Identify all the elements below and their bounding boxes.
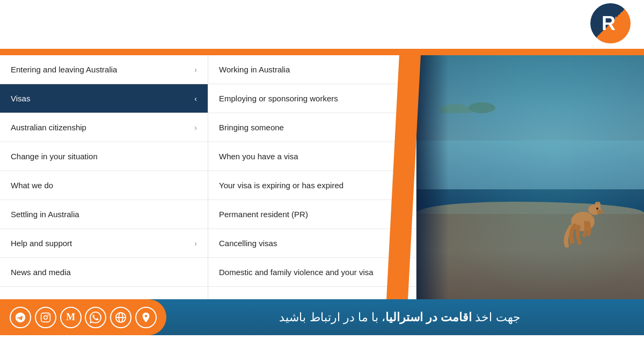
submenu-item-4[interactable]: Your visa is expiring or has expired (208, 171, 416, 200)
orange-stripe (0, 51, 644, 55)
chevron-right-icon: › (194, 239, 197, 248)
svg-point-10 (44, 315, 48, 319)
submenu-item-0[interactable]: Working in Australia (208, 55, 416, 84)
submenu-item-2[interactable]: Bringing someone› (208, 113, 416, 142)
nav-item-3[interactable]: Change in your situation (0, 142, 208, 171)
nav-item-7[interactable]: News and media (0, 258, 208, 287)
nav-item-label-0: Entering and leaving Australia (11, 65, 117, 74)
telegram-icon[interactable] (10, 307, 31, 328)
footer-text: جهت اخذ اقامت در استرالیا، با ما در ارتب… (166, 311, 644, 324)
submenu-item-label-2: Bringing someone (219, 123, 284, 132)
submenu-item-label-6: Cancelling visas (219, 239, 277, 248)
nav-item-0[interactable]: Entering and leaving Australia› (0, 55, 208, 84)
location-icon[interactable] (135, 307, 157, 328)
nav-item-6[interactable]: Help and support› (0, 229, 208, 258)
submenu-item-label-5: Permanent resident (PR) (219, 210, 308, 219)
svg-text:R: R (602, 12, 616, 34)
image-area (416, 55, 644, 299)
nav-item-label-1: Visas (11, 94, 30, 103)
left-nav: Entering and leaving Australia›Visas‹Aus… (0, 55, 208, 299)
nav-item-2[interactable]: Australian citizenship› (0, 113, 208, 142)
nav-item-label-2: Australian citizenship (11, 123, 86, 132)
svg-point-7 (597, 210, 603, 214)
nav-item-label-5: Settling in Australia (11, 210, 79, 219)
submenu-item-label-4: Your visa is expiring or has expired (219, 181, 343, 190)
submenu-item-5[interactable]: Permanent resident (PR) (208, 200, 416, 229)
footer-text-content: جهت اخذ اقامت در استرالیا، با ما در ارتب… (279, 311, 520, 324)
nav-item-1[interactable]: Visas‹ (0, 84, 208, 113)
footer-bar: M جهت اخذ اقامت در استرالیا، با ما در ار… (0, 299, 644, 335)
globe-icon[interactable] (110, 307, 131, 328)
nav-item-label-3: Change in your situation (11, 152, 98, 161)
footer-icons: M (0, 299, 166, 335)
main-content: Entering and leaving Australia›Visas‹Aus… (0, 55, 644, 299)
whatsapp-icon[interactable] (85, 307, 106, 328)
submenu-item-label-3: When you have a visa (219, 152, 298, 161)
submenu-item-1[interactable]: Employing or sponsoring workers› (208, 84, 416, 113)
header: R (0, 0, 644, 51)
chevron-right-icon: › (194, 123, 197, 132)
nav-item-label-7: News and media (11, 268, 71, 277)
submenu-item-7[interactable]: Domestic and family violence and your vi… (208, 258, 416, 287)
svg-point-6 (597, 202, 601, 208)
svg-point-2 (469, 102, 495, 113)
svg-point-11 (47, 314, 49, 316)
nav-item-5[interactable]: Settling in Australia (0, 200, 208, 229)
instagram-icon[interactable] (35, 307, 56, 328)
chevron-right-icon: › (194, 65, 197, 74)
logo: R (590, 3, 633, 46)
nav-item-label-4: What we do (11, 181, 53, 190)
submenu-item-label-1: Employing or sponsoring workers (219, 94, 338, 103)
nav-item-4[interactable]: What we do (0, 171, 208, 200)
svg-point-8 (596, 208, 598, 210)
submenu-item-6[interactable]: Cancelling visas (208, 229, 416, 258)
submenu-item-label-0: Working in Australia (219, 65, 290, 74)
right-submenu: Working in AustraliaEmploying or sponsor… (208, 55, 416, 299)
submenu-item-label-7: Domestic and family violence and your vi… (219, 268, 374, 277)
kangaroo (556, 184, 610, 250)
nav-item-label-6: Help and support (11, 239, 72, 248)
medium-icon[interactable]: M (60, 307, 82, 328)
svg-rect-9 (41, 313, 50, 322)
submenu-item-3[interactable]: When you have a visa› (208, 142, 416, 171)
back-chevron-icon: ‹ (194, 94, 197, 103)
logo-circle: R (590, 3, 631, 43)
